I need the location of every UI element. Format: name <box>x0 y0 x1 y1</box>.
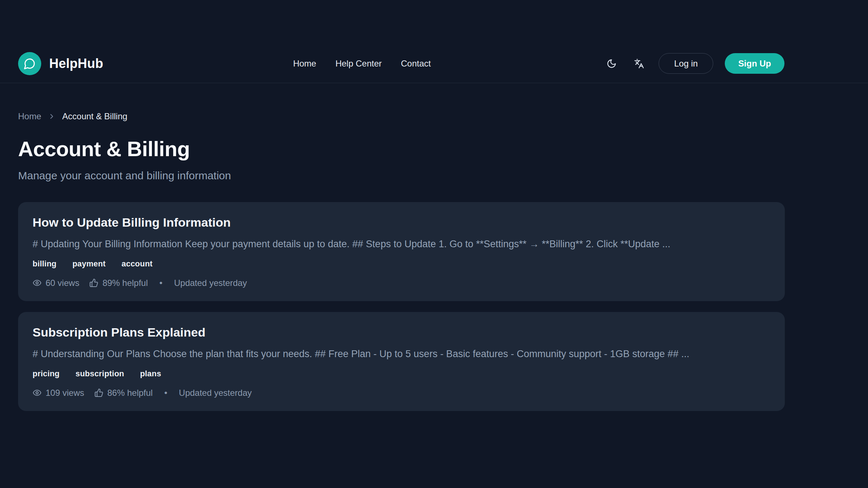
helpful-percent: 89% helpful <box>102 278 148 288</box>
tag[interactable]: payment <box>72 259 106 269</box>
article-meta: 60 views 89% helpful • Updated yesterday <box>33 278 770 288</box>
logo <box>18 52 41 75</box>
breadcrumb: Home Account & Billing <box>18 111 785 121</box>
updated-text: Updated yesterday <box>174 278 247 288</box>
article-title: How to Update Billing Information <box>33 215 770 230</box>
tag[interactable]: pricing <box>33 369 60 378</box>
article-excerpt: # Updating Your Billing Information Keep… <box>33 239 770 250</box>
thumbs-up-icon <box>89 278 98 287</box>
tag-list: pricing subscription plans <box>33 369 770 378</box>
meta-separator: • <box>164 388 167 398</box>
views-stat: 109 views <box>33 388 84 398</box>
helpful-stat: 89% helpful <box>89 278 148 288</box>
page-subtitle: Manage your account and billing informat… <box>18 170 785 182</box>
views-count: 60 views <box>46 278 79 288</box>
helpful-stat: 86% helpful <box>94 388 153 398</box>
languages-icon <box>634 59 644 69</box>
article-title: Subscription Plans Explained <box>33 325 770 340</box>
eye-icon <box>33 278 42 287</box>
language-button[interactable] <box>631 56 647 72</box>
article-card[interactable]: How to Update Billing Information # Upda… <box>18 202 785 301</box>
article-excerpt: # Understanding Our Plans Choose the pla… <box>33 348 770 360</box>
article-meta: 109 views 86% helpful • Updated yesterda… <box>33 388 770 398</box>
views-stat: 60 views <box>33 278 79 288</box>
tag[interactable]: billing <box>33 259 56 269</box>
meta-separator: • <box>159 278 162 288</box>
theme-toggle-button[interactable] <box>604 56 620 72</box>
tag-list: billing payment account <box>33 259 770 269</box>
login-button[interactable]: Log in <box>659 53 713 74</box>
tag[interactable]: account <box>122 259 153 269</box>
breadcrumb-home-link[interactable]: Home <box>18 111 41 121</box>
breadcrumb-current: Account & Billing <box>62 111 127 121</box>
tag[interactable]: plans <box>140 369 161 378</box>
page-title: Account & Billing <box>18 137 785 161</box>
chevron-right-icon <box>48 112 56 120</box>
article-card[interactable]: Subscription Plans Explained # Understan… <box>18 312 785 411</box>
nav-links: Home Help Center Contact <box>293 59 431 69</box>
signup-button[interactable]: Sign Up <box>725 53 784 74</box>
nav-link-contact[interactable]: Contact <box>401 59 431 69</box>
views-count: 109 views <box>46 388 84 398</box>
brand[interactable]: HelpHub <box>18 52 103 75</box>
moon-icon <box>607 59 617 69</box>
eye-icon <box>33 388 42 397</box>
navbar: HelpHub Home Help Center Contact Log in … <box>0 0 868 83</box>
navbar-actions: Log in Sign Up <box>604 53 784 74</box>
brand-name: HelpHub <box>49 56 103 71</box>
thumbs-up-icon <box>94 388 103 397</box>
helpful-percent: 86% helpful <box>107 388 153 398</box>
message-circle-icon <box>24 57 36 70</box>
tag[interactable]: subscription <box>76 369 124 378</box>
main-content: Home Account & Billing Account & Billing… <box>18 111 785 411</box>
nav-link-help-center[interactable]: Help Center <box>335 59 382 69</box>
nav-link-home[interactable]: Home <box>293 59 316 69</box>
updated-text: Updated yesterday <box>179 388 252 398</box>
